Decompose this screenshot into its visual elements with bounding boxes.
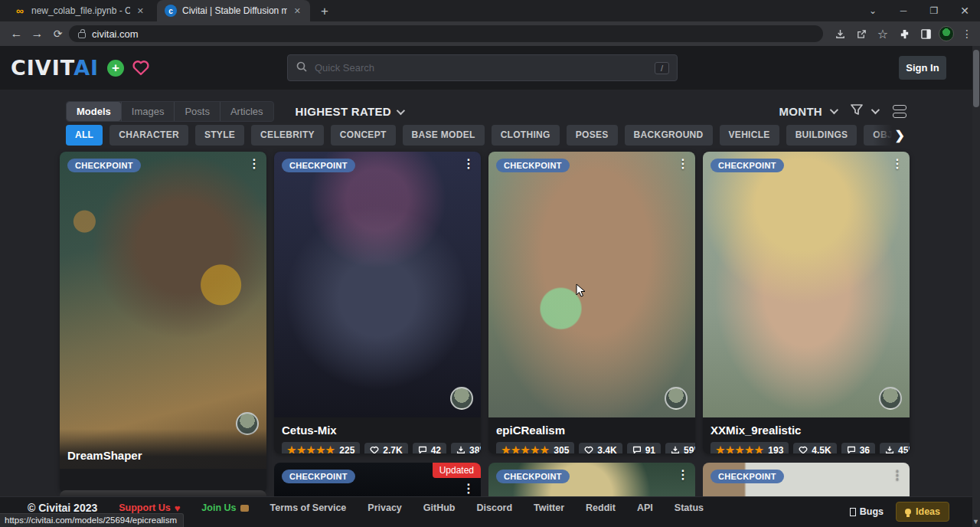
content-type-tabs: Models Images Posts Articles <box>66 101 274 122</box>
favorites-heart-icon[interactable] <box>132 59 150 79</box>
tab-images[interactable]: Images <box>121 102 175 121</box>
model-preview-image[interactable]: CHECKPOINT ⋮ DreamShaper <box>60 152 266 469</box>
browser-menu-icon[interactable]: ⋮ <box>959 25 975 42</box>
model-card-cetus-mix[interactable]: CHECKPOINT ⋮ Cetus-Mix ★★★★★225 2.7K 42 … <box>274 152 481 453</box>
footer-link-terms[interactable]: Terms of Service <box>270 502 347 513</box>
scrollbar-down-arrow[interactable]: ▼ <box>972 518 979 525</box>
chevron-down-icon[interactable] <box>871 106 880 114</box>
browser-tab-colab[interactable]: ∞ new_colab_file.ipynb - Colaborat ✕ <box>6 0 153 21</box>
link-preview-statusbar: https://civitai.com/models/25694/epicrea… <box>0 513 184 527</box>
footer-link-github[interactable]: GitHub <box>423 502 456 513</box>
model-card-epicrealism[interactable]: CHECKPOINT ⋮ epiCRealism ★★★★★305 3.4K 9… <box>488 152 695 453</box>
card-layout-toggle-icon[interactable] <box>893 105 906 118</box>
footer-link-api[interactable]: API <box>637 502 653 513</box>
period-dropdown[interactable]: MONTH <box>779 105 823 118</box>
model-title: DreamShaper <box>60 429 266 469</box>
filter-pill-base-model[interactable]: BASE MODEL <box>403 125 485 146</box>
comments-count: 91 <box>645 445 655 454</box>
search-input[interactable]: Quick Search / <box>287 54 678 81</box>
model-card-dreamshaper[interactable]: CHECKPOINT ⋮ DreamShaper <box>60 152 266 493</box>
footer-link-support-us[interactable]: Support Us♥ <box>119 502 180 514</box>
bookmark-star-icon[interactable]: ☆ <box>874 25 891 42</box>
scrollbar-thumb[interactable] <box>973 50 979 107</box>
model-card-partial[interactable]: Updated CHECKPOINT ⋮ <box>274 463 481 496</box>
footer-links: © Civitai 2023 Support Us♥ Join Us Terms… <box>28 502 704 514</box>
filter-pill-clothing[interactable]: CLOTHING <box>492 125 560 146</box>
footer-actions: Bugs Ideas <box>850 502 949 522</box>
page-scrollbar[interactable]: ▼ <box>972 46 980 527</box>
extensions-puzzle-icon[interactable] <box>896 25 913 42</box>
model-card-partial[interactable]: CHECKPOINT ⋮ <box>488 463 695 496</box>
pills-scroll-right-icon[interactable]: ❯ <box>873 125 908 146</box>
reload-icon[interactable]: ⟳ <box>47 28 68 40</box>
downloads-stat: 38K <box>451 443 481 454</box>
filter-funnel-icon[interactable] <box>850 103 864 119</box>
card-menu-icon[interactable]: ⋮ <box>462 156 475 171</box>
footer-link-reddit[interactable]: Reddit <box>586 502 616 513</box>
toolbar-actions: ☆ ⋮ <box>831 21 975 46</box>
footer-link-join-us[interactable]: Join Us <box>201 502 248 513</box>
back-icon[interactable]: ← <box>6 27 27 41</box>
tab-posts[interactable]: Posts <box>174 102 220 121</box>
civitai-logo[interactable]: CIVITAI <box>11 56 99 80</box>
card-info: XXMix_9realistic ★★★★★193 4.5K 36 45K <box>703 417 910 453</box>
footer-link-privacy[interactable]: Privacy <box>368 502 401 513</box>
tab-articles[interactable]: Articles <box>220 102 273 121</box>
comment-icon <box>632 446 642 453</box>
card-menu-icon[interactable]: ⋮ <box>462 481 475 496</box>
filter-pill-concept[interactable]: CONCEPT <box>331 125 396 146</box>
maximize-icon[interactable]: ❐ <box>919 5 949 16</box>
creator-avatar[interactable] <box>450 387 473 410</box>
model-preview-image[interactable]: CHECKPOINT ⋮ <box>703 152 910 417</box>
footer-link-discord[interactable]: Discord <box>476 502 512 513</box>
model-card-partial[interactable]: CHECKPOINT ⋮ <box>703 463 910 496</box>
tab-models[interactable]: Models <box>67 102 121 121</box>
sign-in-button[interactable]: Sign In <box>899 56 946 80</box>
filter-pill-buildings[interactable]: BUILDINGS <box>786 125 858 146</box>
minimize-icon[interactable]: ─ <box>888 5 919 16</box>
model-preview-image[interactable]: CHECKPOINT ⋮ <box>488 152 695 417</box>
footer-link-status[interactable]: Status <box>675 502 704 513</box>
sort-label: HIGHEST RATED <box>296 105 391 118</box>
profile-avatar[interactable] <box>939 26 954 41</box>
side-panel-icon[interactable] <box>917 25 934 42</box>
filter-pill-vehicle[interactable]: VEHICLE <box>720 125 779 146</box>
upload-plus-button[interactable]: + <box>107 60 124 77</box>
filter-pill-character[interactable]: CHARACTER <box>109 125 188 146</box>
heart-icon <box>584 446 593 453</box>
share-icon[interactable] <box>853 25 870 42</box>
ideas-label: Ideas <box>916 506 940 517</box>
ideas-button[interactable]: Ideas <box>896 502 949 522</box>
forward-icon[interactable]: → <box>27 27 47 41</box>
downloads-stat: 45K <box>880 443 910 454</box>
creator-avatar[interactable] <box>879 387 902 410</box>
heart-icon <box>799 446 808 453</box>
model-card-xxmix-9realistic[interactable]: CHECKPOINT ⋮ XXMix_9realistic ★★★★★193 4… <box>703 152 910 453</box>
card-menu-icon[interactable]: ⋮ <box>891 467 903 482</box>
tab-close-icon[interactable]: ✕ <box>292 6 302 16</box>
download-icon[interactable] <box>831 25 848 42</box>
filter-pill-style[interactable]: STYLE <box>195 125 244 146</box>
sort-dropdown[interactable]: HIGHEST RATED <box>296 105 403 118</box>
browser-tab-civitai[interactable]: c Civitai | Stable Diffusion models, ✕ <box>157 0 310 21</box>
filter-pill-background[interactable]: BACKGROUND <box>625 125 713 146</box>
model-title: epiCRealism <box>496 424 688 437</box>
card-menu-icon[interactable]: ⋮ <box>891 156 903 171</box>
model-card-partial[interactable] <box>60 490 266 496</box>
card-menu-icon[interactable]: ⋮ <box>677 467 689 482</box>
card-menu-icon[interactable]: ⋮ <box>677 156 689 171</box>
filter-pill-celebrity[interactable]: CELEBRITY <box>251 125 324 146</box>
bugs-button[interactable]: Bugs <box>850 506 884 517</box>
tab-close-icon[interactable]: ✕ <box>136 6 145 16</box>
card-menu-icon[interactable]: ⋮ <box>248 156 260 171</box>
footer-link-twitter[interactable]: Twitter <box>534 502 564 513</box>
address-bar[interactable]: civitai.com <box>69 25 823 42</box>
creator-avatar[interactable] <box>665 387 688 410</box>
model-preview-image[interactable]: CHECKPOINT ⋮ <box>274 152 481 417</box>
tab-search-icon[interactable]: ⌄ <box>858 5 888 16</box>
new-tab-button[interactable]: + <box>316 3 333 20</box>
filter-pill-poses[interactable]: POSES <box>567 125 618 146</box>
close-icon[interactable]: ✕ <box>949 5 980 17</box>
filter-pill-all[interactable]: ALL <box>66 125 103 146</box>
card-info: epiCRealism ★★★★★305 3.4K 91 59K <box>488 417 695 453</box>
